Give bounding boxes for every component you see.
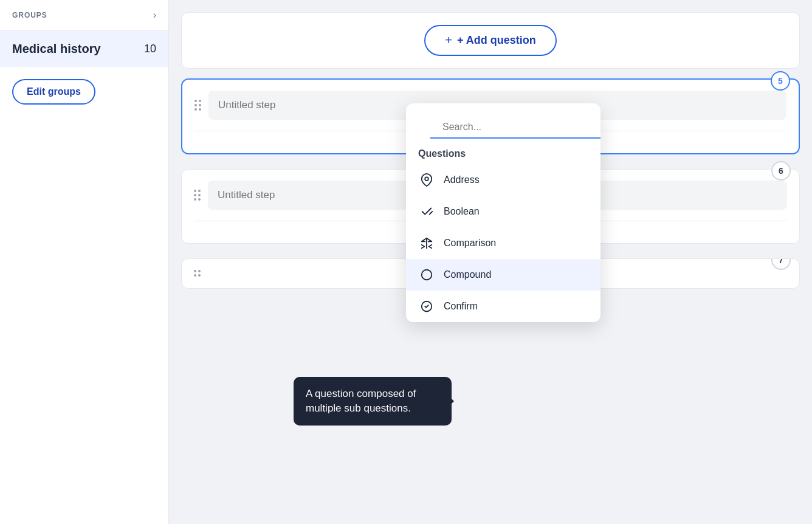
main-content: + + Add question 5 (169, 0, 812, 524)
medical-history-label: Medical history (12, 42, 101, 56)
question-type-dropdown: Questions Address Boolean (406, 103, 600, 322)
sidebar: GROUPS › Medical history 10 Edit groups (0, 0, 169, 524)
search-input[interactable] (430, 112, 600, 139)
dropdown-item-compound[interactable]: Compound (406, 259, 600, 291)
drag-dot (199, 104, 201, 106)
search-container (406, 103, 600, 139)
groups-label: GROUPS (12, 11, 47, 19)
drag-handle-row-1 (194, 190, 201, 192)
drag-handle-7[interactable] (194, 270, 201, 277)
drag-dot (199, 100, 201, 102)
boolean-icon (418, 203, 435, 220)
drag-dot (198, 270, 201, 272)
chevron-right-icon: › (153, 10, 156, 21)
comparison-label: Comparison (444, 238, 496, 249)
drag-dot (194, 100, 197, 102)
drag-dot (194, 194, 196, 196)
edit-groups-button[interactable]: Edit groups (12, 79, 95, 105)
circle-icon (418, 266, 435, 283)
confirm-label: Confirm (444, 301, 478, 312)
medical-history-count: 10 (144, 43, 156, 55)
drag-dot (194, 108, 197, 111)
add-question-label: + Add question (457, 34, 536, 47)
scales-icon (418, 235, 435, 252)
drag-dot (199, 108, 201, 111)
drag-handle[interactable] (194, 100, 201, 111)
tooltip-text: A question composed of multiple sub ques… (306, 388, 416, 414)
drag-handle-row-2 (194, 104, 201, 106)
drag-dot (194, 104, 197, 106)
svg-line-1 (430, 212, 433, 215)
address-label: Address (444, 174, 480, 185)
svg-point-5 (422, 270, 432, 280)
plus-icon: + (445, 33, 452, 47)
step-6-number: 6 (771, 161, 791, 181)
drag-dot (194, 198, 196, 201)
add-question-button[interactable]: + + Add question (424, 25, 557, 56)
sidebar-item-medical-history[interactable]: Medical history 10 (0, 31, 168, 67)
drag-handle-6[interactable] (194, 190, 201, 201)
drag-dot (194, 270, 196, 272)
compound-label: Compound (444, 269, 491, 280)
questions-section-label: Questions (406, 139, 600, 164)
drag-handle-row-1 (194, 100, 201, 102)
dropdown-item-address[interactable]: Address (406, 164, 600, 196)
add-question-area: + + Add question (181, 12, 800, 69)
boolean-label: Boolean (444, 206, 480, 217)
step-5-number: 5 (771, 71, 790, 91)
drag-handle-row-3 (194, 198, 201, 201)
drag-dot (198, 198, 201, 201)
drag-handle-row-2 (194, 194, 201, 196)
drag-dot (194, 274, 196, 277)
dropdown-item-confirm[interactable]: Confirm (406, 291, 600, 322)
drag-handle-row-1 (194, 270, 201, 272)
groups-header[interactable]: GROUPS › (0, 0, 168, 31)
dropdown-item-boolean[interactable]: Boolean (406, 196, 600, 227)
drag-handle-row-2 (194, 274, 201, 277)
svg-point-0 (425, 177, 428, 181)
drag-dot (194, 190, 196, 192)
edit-groups-container: Edit groups (12, 79, 156, 105)
check-circle-icon (418, 298, 435, 315)
drag-dot (198, 190, 201, 192)
pin-icon (418, 171, 435, 188)
drag-dot (198, 274, 201, 277)
drag-dot (198, 194, 201, 196)
drag-handle-row-3 (194, 108, 201, 111)
dropdown-item-comparison[interactable]: Comparison (406, 227, 600, 259)
compound-tooltip: A question composed of multiple sub ques… (294, 377, 452, 426)
